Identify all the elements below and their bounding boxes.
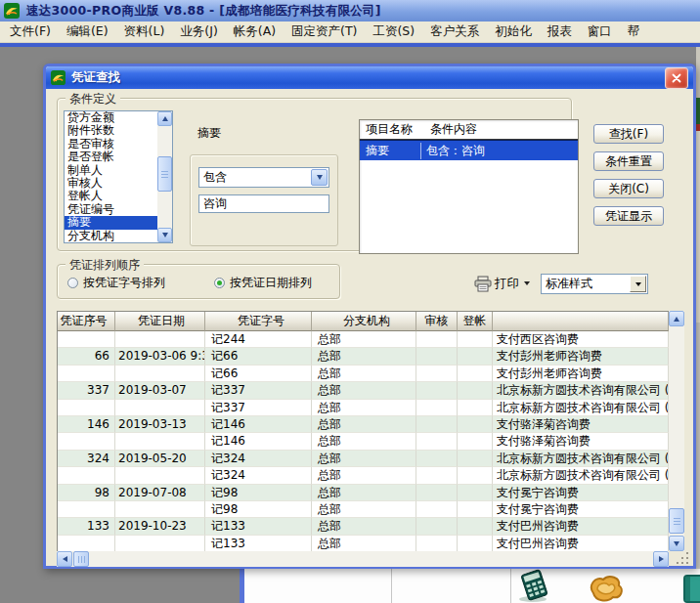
- print-button[interactable]: 打印: [474, 273, 530, 294]
- reset-conditions-button[interactable]: 条件重置: [593, 151, 664, 171]
- table-row[interactable]: 3372019-03-07记337总部北京标新方圆技术咨询有限公司 (: [58, 382, 669, 399]
- cell: 总部: [312, 433, 416, 450]
- column-header[interactable]: 凭证字号: [205, 312, 312, 331]
- order-option-by-number[interactable]: 按凭证字号排列: [67, 275, 165, 291]
- table-row[interactable]: 记66总部支付彭州老师咨询费: [58, 366, 669, 382]
- cell: 2019-03-07: [115, 382, 205, 399]
- condition-field-item[interactable]: 制单人: [65, 164, 157, 177]
- main-titlebar: 速达3000-PRO商业版 V8.88 - [成都培能医疗科技有限公司]: [0, 0, 700, 22]
- condition-field-item[interactable]: 凭证编号: [65, 203, 157, 216]
- condition-field-item[interactable]: 贷方金额: [65, 111, 157, 124]
- table-row[interactable]: 记324总部北京标新方圆技术咨询有限公司 (: [58, 467, 669, 484]
- table-row[interactable]: 982019-07-08记98总部支付冕宁咨询费: [58, 485, 669, 501]
- scroll-up-button[interactable]: [157, 111, 172, 126]
- menu-item[interactable]: 初始化: [487, 22, 540, 42]
- combo-dropdown-button[interactable]: [311, 169, 328, 186]
- column-header[interactable]: 审核: [416, 312, 458, 331]
- cell: 记66: [205, 366, 312, 382]
- find-button[interactable]: 查找(F): [593, 124, 664, 144]
- cell: 337: [58, 382, 115, 399]
- cell: 北京标新方圆技术咨询有限公司 (: [493, 467, 669, 484]
- teal-book-icon[interactable]: [682, 575, 700, 603]
- operator-combobox[interactable]: 包含: [198, 167, 329, 188]
- menu-item[interactable]: 客户关系: [422, 22, 487, 42]
- condition-field-item[interactable]: 摘要: [65, 216, 157, 229]
- scroll-down-button[interactable]: [157, 228, 172, 242]
- cell: 北京标新方圆技术咨询有限公司 (: [493, 451, 669, 467]
- menu-item[interactable]: 文件(F): [2, 22, 59, 42]
- result-table: 凭证序号凭证日期凭证字号分支机构审核登帐 记244总部支付西区咨询费662019…: [57, 311, 669, 551]
- cell: [458, 467, 493, 484]
- menu-item[interactable]: 帐务(A): [226, 22, 284, 42]
- table-row[interactable]: 记133总部支付巴州咨询费: [58, 536, 669, 551]
- column-header[interactable]: 登帐: [458, 312, 493, 331]
- scroll-thumb[interactable]: [73, 551, 89, 567]
- app-logo-icon: [4, 3, 20, 19]
- table-row[interactable]: 记98总部支付冕宁咨询费: [58, 501, 669, 518]
- column-header[interactable]: 分支机构: [312, 312, 416, 331]
- scroll-thumb[interactable]: [669, 508, 684, 534]
- cell: 总部: [312, 451, 416, 467]
- order-option-by-date[interactable]: 按凭证日期排列: [214, 275, 312, 291]
- condition-field-listbox[interactable]: 贷方金额附件张数是否审核是否登帐制单人审核人登帐人凭证编号摘要分支机构: [64, 110, 173, 243]
- keyword-input[interactable]: [198, 194, 329, 213]
- combo-dropdown-button[interactable]: [630, 276, 646, 292]
- menu-item[interactable]: 编辑(E): [59, 22, 116, 42]
- cell: [458, 382, 493, 399]
- condition-field-list: 贷方金额附件张数是否审核是否登帐制单人审核人登帐人凭证编号摘要分支机构: [65, 111, 157, 242]
- close-dialog-button[interactable]: 关闭(C): [593, 179, 664, 198]
- table-row[interactable]: 3242019-05-20记324总部北京标新方圆技术咨询有限公司 (: [58, 451, 669, 467]
- menu-item[interactable]: 工资(S): [365, 22, 422, 42]
- scroll-left-button[interactable]: [57, 551, 72, 567]
- table-row[interactable]: 记337总部北京标新方圆技术咨询有限公司 (: [58, 400, 669, 416]
- condition-field-item[interactable]: 附件张数: [65, 124, 157, 137]
- calculator-icon[interactable]: [516, 569, 553, 603]
- condition-field-item[interactable]: 是否审核: [65, 138, 157, 151]
- cell: 总部: [312, 536, 416, 551]
- table-row[interactable]: 记146总部支付骆泽菊咨询费: [58, 433, 669, 450]
- condition-field-item[interactable]: 登帐人: [65, 190, 157, 202]
- menu-item[interactable]: 固定资产(T): [284, 22, 365, 42]
- table-horizontal-scrollbar[interactable]: [57, 551, 669, 567]
- table-row[interactable]: 1332019-10-23记133总部支付巴州咨询费: [58, 518, 669, 535]
- voucher-display-button[interactable]: 凭证显示: [593, 206, 664, 226]
- menu-item[interactable]: 窗口: [580, 22, 620, 42]
- dialog-titlebar[interactable]: 凭证查找: [46, 66, 693, 89]
- cell: 146: [58, 416, 115, 433]
- cell: [115, 467, 205, 484]
- close-button[interactable]: [665, 67, 688, 89]
- menu-item[interactable]: 帮: [620, 22, 648, 42]
- condition-row[interactable]: 摘要包含：咨询: [360, 140, 578, 160]
- condition-field-item[interactable]: 分支机构: [65, 230, 157, 242]
- table-vertical-scrollbar[interactable]: [669, 311, 684, 551]
- condition-field-item[interactable]: 是否登帐: [65, 151, 157, 163]
- table-row[interactable]: 记244总部支付西区咨询费: [58, 331, 669, 348]
- cell: 记146: [205, 433, 312, 450]
- cell: 记66: [205, 348, 312, 365]
- gold-knot-icon[interactable]: [583, 573, 628, 603]
- scroll-right-button[interactable]: [653, 551, 669, 567]
- menu-item[interactable]: 资料(L): [116, 22, 173, 42]
- scroll-thumb[interactable]: [157, 156, 172, 192]
- background-pane-divider: [391, 569, 392, 603]
- scroll-down-button[interactable]: [669, 536, 684, 551]
- column-header[interactable]: 凭证日期: [115, 312, 205, 331]
- listbox-scrollbar[interactable]: [157, 111, 172, 242]
- cell: [416, 416, 458, 433]
- cell: 支付彭州老师咨询费: [493, 348, 669, 365]
- menu-item[interactable]: 报表: [540, 22, 580, 42]
- cell: [115, 366, 205, 382]
- condition-rows: 摘要包含：咨询: [360, 140, 578, 160]
- condition-field-item[interactable]: 审核人: [65, 177, 157, 190]
- table-row[interactable]: 1462019-03-13记146总部支付骆泽菊咨询费: [58, 416, 669, 433]
- column-header[interactable]: [493, 312, 669, 331]
- cell: 324: [58, 451, 115, 467]
- column-header[interactable]: 凭证序号: [58, 312, 115, 331]
- cell: 总部: [312, 331, 416, 348]
- menu-item[interactable]: 业务(J): [172, 22, 225, 42]
- condition-groupbox: 条件定义 贷方金额附件张数是否审核是否登帐制单人审核人登帐人凭证编号摘要分支机构…: [57, 98, 572, 251]
- table-row[interactable]: 662019-03-06 9:30记66总部支付彭州老师咨询费: [58, 348, 669, 365]
- print-style-combobox[interactable]: 标准样式: [541, 274, 648, 294]
- scroll-up-button[interactable]: [669, 311, 684, 326]
- resize-grip[interactable]: [677, 552, 690, 566]
